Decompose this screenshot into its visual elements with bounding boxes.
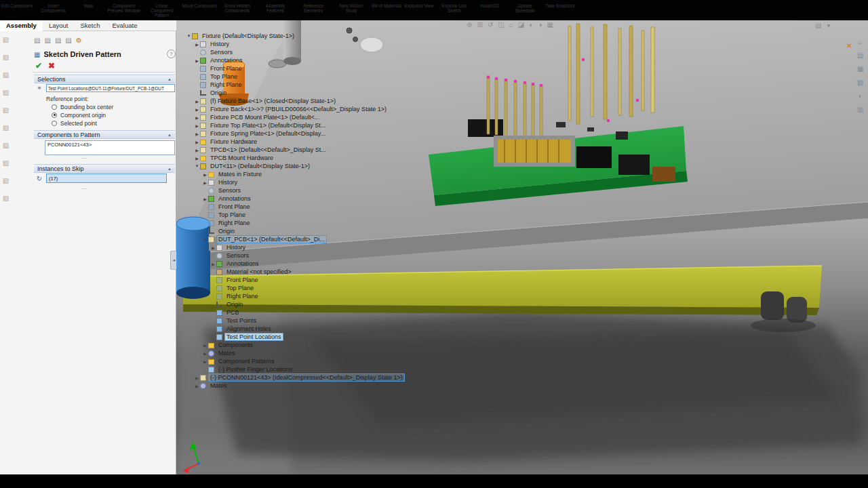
display-manager-tab-icon[interactable]: ⚙ <box>76 37 82 44</box>
ribbon-command-bill-of-materials[interactable]: Bill of Materials <box>372 3 401 8</box>
radio-circle[interactable] <box>52 104 57 110</box>
tab-evaluate[interactable]: Evaluate <box>106 20 143 31</box>
tree-row[interactable]: ▶Component Patterns <box>186 357 405 365</box>
radio-circle[interactable] <box>52 121 57 126</box>
cancel-x-icon[interactable]: ✖ <box>48 61 55 70</box>
tree-row[interactable]: ▶Annotations <box>186 260 405 268</box>
tool-icon-4[interactable]: ▧ <box>3 87 9 104</box>
tree-row[interactable]: ▶(f) Fixture Base<1> (Closed<Display Sta… <box>186 97 405 105</box>
scene-icon[interactable]: ▦ <box>547 21 553 28</box>
tree-item-label[interactable]: Annotations <box>216 195 253 203</box>
tree-item-label[interactable]: Front Plane <box>224 276 260 284</box>
expand-arrow-icon[interactable]: ▶ <box>194 140 200 144</box>
tree-row[interactable]: ▼Fixture (Default<Display State-1>) <box>186 32 405 40</box>
tree-row[interactable]: ▶Mates <box>186 349 405 357</box>
expand-arrow-icon[interactable]: ▶ <box>194 148 200 152</box>
tree-item-label[interactable]: Origin <box>224 300 245 308</box>
tree-row[interactable]: ▶History <box>186 243 405 251</box>
featuremanager-tab-icon[interactable]: ▤ <box>34 37 40 44</box>
expand-arrow-icon[interactable]: ▶ <box>202 351 208 356</box>
tree-row[interactable]: Top Plane <box>186 73 405 81</box>
tree-row[interactable]: ▶Fixture PCB Mount Plate<1> (Default<... <box>186 113 405 121</box>
tree-row[interactable]: Test Point Locations <box>186 333 405 341</box>
tree-row[interactable]: ▶Annotations <box>186 195 405 203</box>
ribbon-command-linear-component-pattern[interactable]: Linear Component Pattern <box>144 3 180 18</box>
tree-row[interactable]: ▶Annotations <box>186 56 405 64</box>
appearance-icon[interactable]: ◑ <box>538 21 542 28</box>
tool-icon-2[interactable]: ▧ <box>3 52 9 69</box>
tree-row[interactable]: ▶Mates in Fixture <box>186 170 405 178</box>
hide-show-icon[interactable]: ◐ <box>529 21 533 28</box>
tree-item-label[interactable]: Mates <box>216 349 237 357</box>
tab-assembly[interactable]: Assembly <box>0 20 43 31</box>
list-resize-handle[interactable]: ⋯ <box>81 155 87 161</box>
tree-item-label[interactable]: Top Plane <box>208 73 239 81</box>
dimxpert-manager-tab-icon[interactable]: ▤ <box>65 37 71 44</box>
expand-arrow-icon[interactable]: ▼ <box>186 34 192 38</box>
tool-icon-6[interactable]: ▧ <box>3 122 9 140</box>
tree-item-label[interactable]: PCB <box>224 308 241 317</box>
ribbon-command-exploded-view[interactable]: Exploded View <box>404 3 434 8</box>
zoom-area-icon[interactable]: ⊞ <box>477 21 482 28</box>
tree-item-label[interactable]: Alignment Holes <box>224 325 273 333</box>
instances-to-skip-input[interactable]: (17) <box>46 174 167 183</box>
expand-arrow-icon[interactable]: ▶ <box>202 172 208 177</box>
tab-sketch[interactable]: Sketch <box>74 20 106 31</box>
options-icon[interactable]: ▾ <box>827 22 830 29</box>
tree-item-label[interactable]: History <box>216 178 239 186</box>
radio-component-origin[interactable]: Component origin <box>52 111 106 119</box>
tree-item-label[interactable]: (f) Fixture Base<1> (Closed<Display Stat… <box>208 97 338 105</box>
tree-row[interactable]: Front Plane <box>186 203 405 211</box>
tree-row[interactable]: Sensors <box>186 48 405 56</box>
ribbon-command-assembly-features[interactable]: Assembly Features <box>258 3 293 13</box>
tree-row[interactable]: ▶Mates <box>186 382 405 390</box>
tool-icon-5[interactable]: ▧ <box>3 104 9 122</box>
expand-arrow-icon[interactable]: ▶ <box>202 343 208 348</box>
tool-icon-10[interactable]: ▧ <box>3 192 9 210</box>
tree-item-label[interactable]: Top Plane <box>224 284 256 292</box>
tree-row[interactable]: Origin <box>186 227 405 235</box>
tree-item-label[interactable]: Fixture Hardware <box>208 138 259 146</box>
tree-row[interactable]: Sensors <box>186 186 405 195</box>
tree-item-label[interactable]: Sensors <box>208 48 235 56</box>
tab-layout[interactable]: Layout <box>43 20 75 31</box>
tree-item-label[interactable]: Test Points <box>224 317 258 325</box>
expand-arrow-icon[interactable]: ▶ <box>194 58 200 63</box>
components-to-pattern-list[interactable]: PCONN00121<43> <box>45 140 175 155</box>
list-item[interactable]: PCONN00121<43> <box>47 142 172 148</box>
tree-row[interactable]: ▼DUT_PCB<1> (Default<<Default>_Di... <box>186 235 405 243</box>
ribbon-command-update-speedpak[interactable]: Update Speedpak <box>507 3 542 13</box>
zoom-fit-icon[interactable]: ⊕ <box>467 21 472 28</box>
tool-icon-8[interactable]: ▧ <box>3 157 9 175</box>
tree-item-label[interactable]: Mates in Fixture <box>216 170 264 178</box>
tree-row[interactable]: Origin <box>186 300 405 308</box>
tree-item-label[interactable]: DUT_PCB<1> (Default<<Default>_Di... <box>216 235 327 243</box>
tree-row[interactable]: Material <not specified> <box>186 268 405 276</box>
tree-item-label[interactable]: History <box>224 243 248 251</box>
tool-icon-9[interactable]: ▧ <box>3 175 9 192</box>
ribbon-command-new-motion-study[interactable]: New Motion Study <box>334 3 369 13</box>
configuration-manager-tab-icon[interactable]: ▤ <box>55 37 61 44</box>
tree-item-label[interactable]: Mates <box>208 382 229 390</box>
tree-item-label[interactable]: DUT<11> (Default<Display State-1>) <box>208 162 312 170</box>
tree-row[interactable]: ▶Fixture Spring Plate<1> (Default<Displa… <box>186 129 405 138</box>
ribbon-command-mate[interactable]: Mate <box>74 3 104 8</box>
tree-row[interactable]: Front Plane <box>186 276 405 284</box>
selections-group-header[interactable]: ▲ Selections <box>34 75 175 83</box>
tree-item-label[interactable]: Fixture (Default<Display State-1>) <box>200 32 296 40</box>
pin-icon[interactable]: ✕ <box>846 42 852 49</box>
tree-row[interactable]: ▶Components <box>186 341 405 349</box>
ribbon-command-show-hidden-components[interactable]: Show Hidden Components <box>220 3 255 13</box>
help-icon[interactable]: ? <box>167 49 176 58</box>
expand-arrow-icon[interactable]: ▶ <box>202 359 208 364</box>
custom-properties-icon[interactable]: ▥ <box>857 106 863 113</box>
camera-icon[interactable]: ▤ <box>815 22 821 29</box>
tree-item-label[interactable]: TPCB<1> (Default<<Default>_Display St... <box>208 146 328 154</box>
tree-row[interactable]: Top Plane <box>186 284 405 292</box>
tool-icon-1[interactable]: ▧ <box>3 34 9 52</box>
expand-arrow-icon[interactable]: ▼ <box>194 164 200 168</box>
view-orientation-icon[interactable]: ⌂ <box>509 21 513 28</box>
file-explorer-icon[interactable]: ▦ <box>857 65 863 73</box>
tree-row[interactable]: ▶(-) PCONN00121<43> (IdealCompressed<<De… <box>186 373 405 382</box>
tree-row[interactable]: Right Plane <box>186 292 405 300</box>
